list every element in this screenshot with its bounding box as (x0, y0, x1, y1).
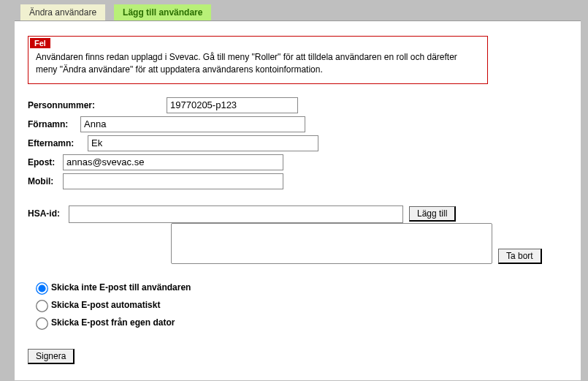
hsa-remove-button[interactable]: Ta bort (498, 249, 542, 264)
tab-add-user[interactable]: Lägg till användare (114, 4, 211, 20)
form-panel: Fel Användaren finns redan upplagd i Sve… (15, 20, 581, 380)
epost-input[interactable] (63, 154, 283, 170)
radio-no-email-label: Skicka inte E-post till användaren (51, 282, 191, 293)
tab-bar: Ändra användare Lägg till användare (0, 0, 588, 20)
hsa-add-button[interactable]: Lägg till (409, 206, 456, 222)
error-box: Fel Användaren finns redan upplagd i Sve… (28, 36, 488, 84)
fornamn-label: Förnamn: (28, 119, 80, 129)
personnummer-label: Personnummer: (28, 100, 167, 110)
mobil-label: Mobil: (28, 176, 63, 186)
personnummer-input[interactable] (167, 97, 298, 113)
efternamn-label: Efternamn: (28, 138, 88, 148)
email-radio-group: Skicka inte E-post till användaren Skick… (28, 282, 568, 328)
radio-own-email-label: Skicka E-post från egen dator (51, 317, 175, 328)
mobil-input[interactable] (63, 173, 283, 189)
error-message: Användaren finns redan upplagd i Svevac.… (28, 51, 487, 76)
radio-own-email[interactable] (36, 317, 48, 330)
error-badge: Fel (30, 38, 50, 48)
hsa-listbox[interactable] (171, 223, 492, 264)
radio-auto-email-label: Skicka E-post automatiskt (51, 300, 160, 310)
hsa-label: HSA-id: (28, 205, 69, 219)
epost-label: Epost: (28, 157, 63, 167)
tab-edit-user[interactable]: Ändra användare (20, 4, 105, 20)
fornamn-input[interactable] (80, 116, 305, 132)
hsa-input[interactable] (69, 205, 403, 223)
radio-auto-email[interactable] (36, 300, 48, 312)
radio-no-email[interactable] (36, 282, 48, 295)
efternamn-input[interactable] (88, 135, 318, 151)
signera-button[interactable]: Signera (28, 349, 75, 364)
